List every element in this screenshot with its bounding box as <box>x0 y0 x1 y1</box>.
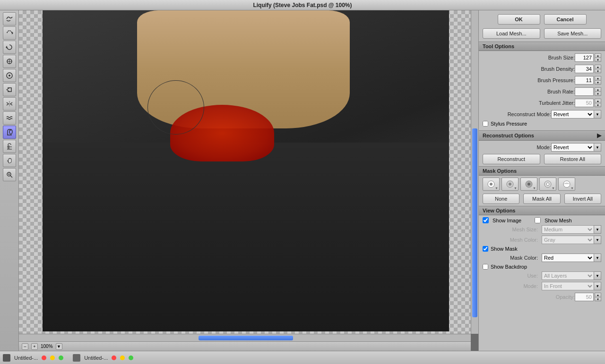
brush-pressure-row: Brush Pressure: 11 ▲ ▼ <box>483 76 601 85</box>
turbulent-jitter-label: Turbulent Jitter: <box>483 100 575 106</box>
show-image-checkbox[interactable] <box>483 217 489 223</box>
backdrop-mode-label: Mode: <box>523 283 538 289</box>
brush-pressure-up[interactable]: ▲ <box>595 76 601 80</box>
turbulent-jitter-up[interactable]: ▲ <box>595 99 601 103</box>
title-text: Liquify (Steve Jobs Fat.psd @ 100%) <box>253 2 352 8</box>
mesh-color-row: Mesh Color: Gray Black White Red ▼ <box>483 236 601 244</box>
scrollbar-vertical[interactable] <box>471 10 478 334</box>
mask-color-arrow[interactable]: ▼ <box>594 254 601 262</box>
reconstruct-mode-select[interactable]: Revert Rigid Stiff Smooth Loose <box>551 110 594 119</box>
brush-density-up[interactable]: ▲ <box>595 65 601 69</box>
brush-rate-value <box>575 87 594 96</box>
show-backdrop-checkbox[interactable] <box>483 264 488 270</box>
taskbar-dot-red[interactable] <box>42 356 46 360</box>
taskbar-dot-yellow-2[interactable] <box>120 356 125 360</box>
taskbar-dot-yellow[interactable] <box>50 356 55 360</box>
tool-turbulence[interactable] <box>3 111 16 125</box>
svg-marker-1 <box>6 46 7 49</box>
brush-size-down[interactable]: ▼ <box>595 58 601 62</box>
scrollbar-horizontal-thumb[interactable] <box>199 336 293 340</box>
zoom-decrease-button[interactable]: – <box>22 343 28 350</box>
scrollbar-horizontal[interactable] <box>19 334 471 341</box>
use-arrow[interactable]: ▼ <box>594 271 601 280</box>
mask-icon-5[interactable] <box>558 178 575 191</box>
tool-warp[interactable] <box>3 12 16 25</box>
reconstruct-options-content: Mode: Revert Rigid Stiff ▼ Reconstruct R… <box>479 141 605 166</box>
tool-pucker[interactable] <box>3 55 16 68</box>
opacity-label: Opacity: <box>483 294 575 300</box>
taskbar-item-1[interactable]: Untitled-... <box>14 355 38 361</box>
use-select[interactable]: All Layers <box>542 271 594 280</box>
mask-color-select[interactable]: Red Green Blue Yellow <box>542 254 594 262</box>
brush-rate-label: Brush Rate: <box>483 89 575 94</box>
turbulent-jitter-input-group: 50 ▲ ▼ <box>575 99 601 107</box>
tool-options-content: Brush Size: 127 ▲ ▼ Brush Density: 34 ▲ … <box>479 51 605 130</box>
backdrop-mode-arrow[interactable]: ▼ <box>594 282 601 290</box>
mask-icon-4[interactable] <box>539 178 556 191</box>
tool-options-header[interactable]: Tool Options <box>479 42 605 51</box>
turbulent-jitter-down[interactable]: ▼ <box>595 103 601 107</box>
reconstruct-options-arrow: ▶ <box>597 132 601 139</box>
restore-all-button[interactable]: Restore All <box>544 154 602 164</box>
mesh-color-arrow[interactable]: ▼ <box>594 236 601 244</box>
mask-icon-2[interactable] <box>501 178 519 191</box>
reconstruct-mode-arrow[interactable]: ▼ <box>594 110 601 119</box>
opacity-input-group: 50 ▲ ▼ <box>575 293 601 301</box>
title-bar: Liquify (Steve Jobs Fat.psd @ 100%) <box>0 0 605 10</box>
taskbar-item-2[interactable]: Untitled-... <box>84 355 108 361</box>
tool-reconstruct[interactable] <box>3 26 16 40</box>
brush-rate-input-group: ▲ ▼ <box>575 87 601 96</box>
none-button[interactable]: None <box>483 194 519 204</box>
backdrop-mode-select[interactable]: In Front Behind <box>542 282 594 290</box>
brush-density-spinner: ▲ ▼ <box>595 65 601 73</box>
zoom-select-button[interactable]: ▼ <box>56 343 62 350</box>
mesh-size-select[interactable]: Medium Small Large <box>542 225 594 234</box>
taskbar-dot-red-2[interactable] <box>112 356 116 360</box>
tool-push-left[interactable] <box>3 83 16 96</box>
brush-density-down[interactable]: ▼ <box>595 69 601 73</box>
tool-bloat[interactable] <box>3 69 16 82</box>
opacity-down[interactable]: ▼ <box>595 297 601 301</box>
svg-line-11 <box>10 176 12 178</box>
tool-zoom[interactable] <box>3 168 16 181</box>
brush-pressure-down[interactable]: ▼ <box>595 80 601 85</box>
brush-rate-up[interactable]: ▲ <box>595 87 601 92</box>
mask-options-header[interactable]: Mask Options <box>479 166 605 176</box>
brush-rate-down[interactable]: ▼ <box>595 92 601 96</box>
show-mesh-label: Show Mesh <box>544 218 571 223</box>
reconstruct-options-header[interactable]: Reconstruct Options ▶ <box>479 130 605 141</box>
zoom-increase-button[interactable]: + <box>31 343 38 350</box>
save-mesh-button[interactable]: Save Mesh... <box>544 28 602 39</box>
recon-mode-select[interactable]: Revert Rigid Stiff <box>551 143 594 152</box>
taskbar-dot-green-2[interactable] <box>129 356 133 360</box>
reconstruct-button[interactable]: Reconstruct <box>483 154 540 164</box>
tool-thaw-mask[interactable] <box>3 140 16 153</box>
scrollbar-vertical-thumb[interactable] <box>472 128 477 317</box>
tool-freeze-mask[interactable] <box>3 126 16 139</box>
invert-all-button[interactable]: Invert All <box>564 194 601 204</box>
mask-icon-3[interactable] <box>520 178 537 191</box>
show-mesh-checkbox[interactable] <box>535 217 541 223</box>
mask-icon-1[interactable] <box>483 178 500 191</box>
mesh-size-arrow[interactable]: ▼ <box>594 225 601 234</box>
mask-all-button[interactable]: Mask All <box>523 194 560 204</box>
load-mesh-button[interactable]: Load Mesh... <box>483 28 540 39</box>
taskbar-dot-green[interactable] <box>59 356 63 360</box>
use-row: Use: All Layers ▼ <box>483 271 601 280</box>
tool-mirror[interactable] <box>3 97 16 110</box>
tool-hand[interactable] <box>3 154 16 167</box>
brush-size-up[interactable]: ▲ <box>595 53 601 58</box>
mesh-color-select[interactable]: Gray Black White Red <box>542 236 594 244</box>
right-panel: OK Cancel Load Mesh... Save Mesh... Tool… <box>478 10 605 351</box>
opacity-up[interactable]: ▲ <box>595 293 601 297</box>
ok-button[interactable]: OK <box>498 14 540 25</box>
recon-mode-arrow[interactable]: ▼ <box>594 143 601 152</box>
tool-twirl-clockwise[interactable] <box>3 41 16 54</box>
canvas-container[interactable] <box>19 10 471 334</box>
mask-options-label: Mask Options <box>483 168 517 174</box>
cancel-button[interactable]: Cancel <box>544 14 587 25</box>
taskbar-ps-icon-2 <box>73 354 80 362</box>
show-mask-checkbox[interactable] <box>483 246 488 252</box>
stylus-pressure-checkbox[interactable] <box>483 121 488 127</box>
view-options-header[interactable]: View Options <box>479 206 605 215</box>
